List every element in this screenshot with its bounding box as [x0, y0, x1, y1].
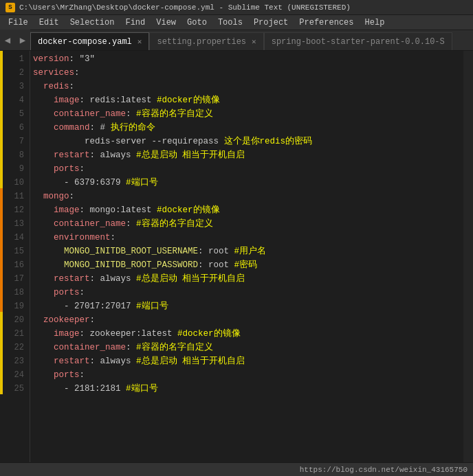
line-number: 14: [4, 231, 30, 245]
menu-edit[interactable]: Edit: [34, 16, 65, 29]
tab-close-button[interactable]: ✕: [138, 37, 142, 46]
change-marker: [0, 339, 3, 353]
line-number: 13: [4, 217, 30, 231]
change-marker: [0, 51, 3, 65]
line-number: 7: [4, 135, 30, 148]
change-marker: [0, 147, 3, 161]
code-line-23: restart: always #总是启动 相当于开机自启: [33, 354, 463, 368]
change-marker: [0, 326, 3, 339]
code-line-22: container_name: #容器的名字自定义: [33, 341, 463, 354]
change-marker: [0, 271, 3, 284]
tab-prev-button[interactable]: ◀: [0, 30, 15, 50]
menu-view[interactable]: View: [151, 16, 182, 29]
status-bar: https://blog.csdn.net/weixin_43165750: [0, 462, 473, 476]
line-number: 17: [4, 272, 30, 286]
code-line-16: MONGO_INITDB_ROOT_PASSWORD: root #密码: [33, 258, 463, 272]
code-line-15: MONGO_INITDB_ROOT_USERNAME: root #用户名: [33, 245, 463, 258]
tab-label: docker-compose.yaml: [38, 37, 132, 47]
minimap: [463, 51, 473, 462]
window-title: C:\Users\MrZhang\Desktop\docker-compose.…: [19, 3, 351, 12]
code-line-24: ports:: [33, 368, 463, 382]
menu-selection[interactable]: Selection: [65, 16, 120, 29]
line-number: 3: [4, 80, 30, 93]
app-icon: S: [6, 3, 15, 12]
line-number: 25: [4, 382, 30, 396]
tab-next-button[interactable]: ▶: [15, 30, 30, 50]
code-line-6: command: # 执行的命令: [33, 121, 463, 135]
tab-label: spring-boot-starter-parent-0.0.10-S: [272, 37, 445, 47]
code-line-19: - 27017:27017 #端口号: [33, 299, 463, 313]
change-marker: [0, 353, 3, 367]
tab-close-button[interactable]: ✕: [252, 37, 256, 46]
line-number: 10: [4, 176, 30, 190]
code-line-4: image: redis:latest #docker的镜像: [33, 93, 463, 107]
line-number: 16: [4, 258, 30, 272]
change-marker: [0, 188, 3, 202]
line-numbers: 1 2 3 4 5 6 7 8 9 10 11 12 13 14 15 16 1…: [4, 51, 30, 462]
change-marker: [0, 257, 3, 271]
menu-goto[interactable]: Goto: [182, 16, 212, 29]
code-line-5: container_name: #容器的名字自定义: [33, 107, 463, 121]
menu-find[interactable]: Find: [120, 16, 151, 29]
tab-setting-properties[interactable]: setting.properties ✕: [149, 32, 263, 50]
change-marker: [0, 106, 3, 120]
change-marker: [0, 298, 3, 312]
code-line-7: redis-server --requirepass 这个是你redis的密码: [33, 135, 463, 148]
code-line-21: image: zookeeper:latest #docker的镜像: [33, 327, 463, 341]
status-url: https://blog.csdn.net/weixin_43165750: [300, 466, 468, 474]
code-line-3: redis:: [33, 80, 463, 93]
line-number: 15: [4, 245, 30, 258]
tab-docker-compose[interactable]: docker-compose.yaml ✕: [30, 32, 149, 50]
line-number: 11: [4, 190, 30, 203]
line-number: 4: [4, 93, 30, 107]
line-number: 9: [4, 162, 30, 176]
editor: 1 2 3 4 5 6 7 8 9 10 11 12 13 14 15 16 1…: [0, 51, 473, 462]
change-marker: [0, 202, 3, 216]
menu-bar: File Edit Selection Find View Goto Tools…: [0, 15, 473, 30]
code-line-17: restart: always #总是启动 相当于开机自启: [33, 272, 463, 286]
code-line-20: zookeeper:: [33, 313, 463, 327]
code-content[interactable]: version: "3" services: redis: image: red…: [30, 51, 463, 462]
menu-project[interactable]: Project: [248, 16, 294, 29]
change-marker: [0, 284, 3, 298]
change-marker: [0, 367, 3, 381]
tab-spring-boot[interactable]: spring-boot-starter-parent-0.0.10-S: [264, 32, 452, 50]
change-marker: [0, 174, 3, 188]
line-number: 6: [4, 121, 30, 135]
change-marker: [0, 216, 3, 229]
change-marker: [0, 78, 3, 92]
line-number: 24: [4, 368, 30, 382]
code-line-18: ports:: [33, 286, 463, 299]
line-number: 5: [4, 107, 30, 121]
line-number: 23: [4, 354, 30, 368]
change-marker: [0, 133, 3, 147]
line-number: 21: [4, 327, 30, 341]
code-line-9: ports:: [33, 162, 463, 176]
code-line-11: mongo:: [33, 190, 463, 203]
menu-preferences[interactable]: Preferences: [294, 16, 359, 29]
code-line-1: version: "3": [33, 52, 463, 66]
line-number: 19: [4, 299, 30, 313]
change-marker: [0, 312, 3, 326]
menu-help[interactable]: Help: [360, 16, 390, 29]
change-marker: [0, 120, 3, 133]
code-line-10: - 6379:6379 #端口号: [33, 176, 463, 190]
change-marker: [0, 229, 3, 243]
code-line-25: - 2181:2181 #端口号: [33, 382, 463, 396]
line-number: 22: [4, 341, 30, 354]
title-bar: S C:\Users\MrZhang\Desktop\docker-compos…: [0, 0, 473, 15]
code-line-13: container_name: #容器的名字自定义: [33, 217, 463, 231]
menu-tools[interactable]: Tools: [212, 16, 248, 29]
line-number: 1: [4, 52, 30, 66]
code-line-12: image: mongo:latest #docker的镜像: [33, 203, 463, 217]
tab-label: setting.properties: [157, 37, 246, 47]
change-marker: [0, 92, 3, 106]
change-marker: [0, 381, 3, 394]
menu-file[interactable]: File: [3, 16, 34, 29]
code-line-2: services:: [33, 66, 463, 80]
change-marker: [0, 65, 3, 78]
line-number: 12: [4, 203, 30, 217]
code-line-8: restart: always #总是启动 相当于开机自启: [33, 148, 463, 162]
tab-bar: ◀ ▶ docker-compose.yaml ✕ setting.proper…: [0, 30, 473, 51]
line-number: 2: [4, 66, 30, 80]
